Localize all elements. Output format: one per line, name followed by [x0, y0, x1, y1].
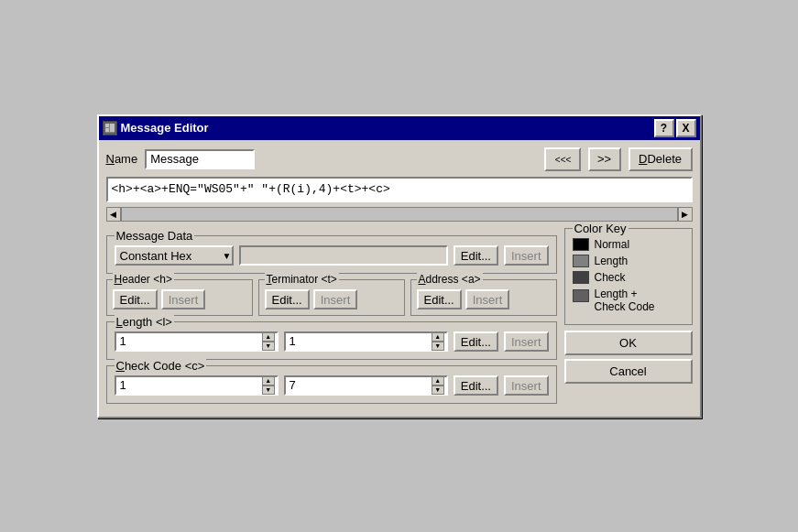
help-button[interactable]: ? — [654, 119, 674, 137]
length-insert-btn[interactable]: Insert — [504, 331, 549, 352]
check-spin2-wrapper: ▲ ▼ — [284, 375, 448, 396]
check-insert-btn[interactable]: Insert — [504, 375, 549, 396]
check-label: Check — [595, 271, 626, 284]
length-spin1-wrapper: ▲ ▼ — [115, 331, 279, 352]
length-swatch — [573, 255, 589, 267]
terminator-title: Terminator <t> — [265, 273, 339, 286]
svg-text:<<<: <<< — [554, 154, 571, 164]
length-title: Length <l> — [115, 315, 174, 329]
message-data-group: Message Data Constant Hex Constant ASCII… — [106, 235, 557, 274]
length-spin2-input[interactable] — [286, 333, 432, 350]
prev-button[interactable]: <<< — [544, 147, 581, 171]
length-edit-btn[interactable]: Edit... — [454, 331, 498, 352]
message-data-insert-btn[interactable]: Insert — [504, 245, 549, 266]
delete-underline: D — [639, 152, 647, 166]
color-item-check: Check — [573, 271, 684, 284]
message-data-title: Message Data — [115, 229, 195, 243]
address-edit-btn[interactable]: Edit... — [417, 289, 462, 309]
address-title: Address <a> — [417, 273, 483, 286]
length-spin1-buttons: ▲ ▼ — [262, 332, 277, 351]
message-data-row: Constant Hex Constant ASCII R(i) ENQ ▼ E… — [115, 245, 549, 266]
right-panel: Color Key Normal Length Check — [564, 228, 693, 409]
color-item-normal: Normal — [573, 238, 684, 251]
length-grid: ▲ ▼ ▲ ▼ Edit... Insert — [115, 331, 549, 352]
formula-bar-container — [106, 177, 693, 204]
terminator-buttons: Edit... Insert — [265, 289, 399, 309]
svg-rect-3 — [105, 128, 109, 132]
title-bar: Message Editor ? X — [99, 116, 700, 140]
color-key-title: Color Key — [573, 222, 629, 235]
name-input[interactable] — [145, 149, 255, 169]
check-swatch — [573, 271, 589, 284]
check-spin1-input[interactable] — [116, 377, 262, 394]
formula-input[interactable] — [106, 177, 693, 202]
length-label: Length — [595, 255, 629, 267]
close-button[interactable]: X — [676, 119, 696, 137]
length-spin1-down-btn[interactable]: ▼ — [262, 342, 275, 351]
delete-button[interactable]: DDelete — [629, 147, 693, 171]
cancel-button[interactable]: Cancel — [564, 359, 693, 384]
check-spin1-up-btn[interactable]: ▲ — [262, 376, 275, 385]
length-spin2-buttons: ▲ ▼ — [432, 332, 446, 351]
length-spin2-down-btn[interactable]: ▼ — [432, 342, 444, 351]
check-spin2-input[interactable] — [286, 377, 432, 394]
color-key-items: Normal Length Check Length +Check C — [573, 238, 684, 313]
header-section: Header <h> Edit... Insert — [106, 279, 253, 316]
ok-button[interactable]: OK — [564, 331, 693, 355]
left-panel: Message Data Constant Hex Constant ASCII… — [106, 228, 557, 409]
main-content: Message Data Constant Hex Constant ASCII… — [106, 228, 693, 409]
name-row: Name <<< >> DDelete — [106, 147, 693, 171]
color-item-length-check: Length +Check Code — [573, 288, 684, 313]
scroll-track[interactable] — [121, 207, 678, 222]
check-code-title: Check Code <c> — [115, 359, 207, 373]
message-data-edit-btn[interactable]: Edit... — [454, 245, 498, 266]
check-spin1-wrapper: ▲ ▼ — [115, 375, 279, 396]
length-group: Length <l> ▲ ▼ ▲ — [106, 321, 557, 360]
scroll-left-btn[interactable]: ◀ — [106, 207, 121, 222]
terminator-section: Terminator <t> Edit... Insert — [258, 279, 405, 316]
check-spin2-up-btn[interactable]: ▲ — [432, 376, 444, 385]
length-check-label: Length +Check Code — [595, 288, 655, 313]
svg-rect-1 — [105, 124, 109, 127]
horizontal-scrollbar: ◀ ▶ — [106, 206, 693, 223]
check-code-group: Check Code <c> ▲ ▼ — [106, 365, 557, 404]
data-value-field — [239, 245, 448, 266]
title-bar-left: Message Editor — [103, 121, 209, 136]
type-dropdown[interactable]: Constant Hex Constant ASCII R(i) ENQ — [115, 245, 234, 266]
check-spin1-down-btn[interactable]: ▼ — [262, 385, 275, 395]
length-spin1-input[interactable] — [116, 333, 262, 350]
check-code-grid: ▲ ▼ ▲ ▼ Edit... Insert — [115, 375, 549, 396]
length-spin1-up-btn[interactable]: ▲ — [262, 332, 275, 342]
color-item-length: Length — [573, 255, 684, 267]
message-editor-window: Message Editor ? X Name <<< >> — [97, 114, 702, 418]
address-insert-btn[interactable]: Insert — [465, 289, 510, 309]
address-section: Address <a> Edit... Insert — [410, 279, 557, 316]
color-key-group: Color Key Normal Length Check — [564, 228, 693, 325]
check-spin2-buttons: ▲ ▼ — [432, 376, 446, 395]
hta-sections: Header <h> Edit... Insert Terminator <t> — [106, 279, 557, 316]
next-button[interactable]: >> — [588, 147, 621, 171]
window-body: Name <<< >> DDelete ◀ ▶ — [99, 140, 700, 417]
normal-swatch — [573, 238, 589, 251]
header-insert-btn[interactable]: Insert — [161, 289, 206, 309]
length-spin2-up-btn[interactable]: ▲ — [432, 332, 444, 342]
window-title: Message Editor — [121, 121, 209, 135]
scroll-right-btn[interactable]: ▶ — [678, 207, 693, 222]
name-label-underline: N — [106, 152, 115, 166]
check-spin1-buttons: ▲ ▼ — [262, 376, 277, 395]
title-buttons: ? X — [654, 119, 696, 137]
header-edit-btn[interactable]: Edit... — [113, 289, 158, 309]
terminator-edit-btn[interactable]: Edit... — [265, 289, 310, 309]
name-label: Name — [106, 152, 138, 166]
check-edit-btn[interactable]: Edit... — [454, 375, 498, 396]
type-dropdown-wrapper: Constant Hex Constant ASCII R(i) ENQ ▼ — [115, 245, 234, 266]
header-buttons: Edit... Insert — [113, 289, 246, 309]
check-spin2-down-btn[interactable]: ▼ — [432, 385, 444, 395]
address-buttons: Edit... Insert — [417, 289, 551, 309]
header-title: Header <h> — [113, 273, 174, 286]
svg-rect-2 — [110, 124, 115, 132]
length-check-swatch — [573, 289, 589, 302]
normal-label: Normal — [595, 238, 630, 251]
terminator-insert-btn[interactable]: Insert — [313, 289, 358, 309]
window-icon — [103, 121, 117, 136]
